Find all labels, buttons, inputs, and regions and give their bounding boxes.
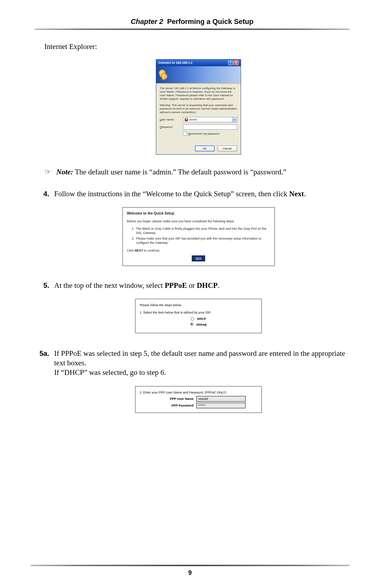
username-value: admin xyxy=(189,118,197,122)
isp-instruction: 1. Select the item below that is utilize… xyxy=(140,310,257,315)
radio-dhcp-row[interactable]: DHCP xyxy=(140,316,257,321)
auth-title-text: Connect to 192.168.1.1 xyxy=(158,61,192,65)
step-4-text: Follow the instructions in the “Welcome … xyxy=(54,189,350,199)
auth-message-2: Warning: This server is requesting that … xyxy=(160,104,237,114)
ie-label: Internet Explorer: xyxy=(44,42,350,51)
password-input[interactable] xyxy=(183,124,237,130)
remember-checkbox-row[interactable]: Remember my password xyxy=(183,132,237,136)
step-5: 5. At the top of the next window, select… xyxy=(39,281,350,290)
username-label: User name: xyxy=(160,118,183,122)
step-5a: 5a. If PPPoE was selected in step 5, the… xyxy=(39,349,350,378)
welcome-panel: Welcome to the Quick Setup Before you be… xyxy=(122,207,275,266)
person-icon xyxy=(185,118,188,121)
welcome-item-2: Please make sure that your ISP has provi… xyxy=(135,236,270,245)
page-header: Chapter 2 Performing a Quick Setup xyxy=(34,18,350,26)
checkbox-icon[interactable] xyxy=(183,132,187,136)
welcome-intro: Before you begin, please make sure you h… xyxy=(127,219,270,223)
auth-titlebar: Connect to 192.168.1.1 ? X xyxy=(156,60,241,66)
auth-message-1: The server 192.168.1.1 at Before configu… xyxy=(160,87,237,101)
next-button[interactable]: Next xyxy=(192,255,205,261)
ppp-username-input[interactable] xyxy=(196,396,246,402)
step-4-number: 4. xyxy=(39,189,49,199)
welcome-item-1: The Black or Gray Cable is firmly plugge… xyxy=(135,227,270,235)
chapter-label: Chapter 2 xyxy=(131,18,163,25)
radio-dhcp[interactable] xyxy=(191,317,194,321)
ok-button[interactable]: OK xyxy=(195,146,215,151)
note-text: Note: The default user name is “admin.” … xyxy=(56,167,286,177)
chapter-title: Performing a Quick Setup xyxy=(167,18,254,25)
step-5-number: 5. xyxy=(39,281,49,290)
help-icon[interactable]: ? xyxy=(228,61,233,65)
page-number: 9 xyxy=(0,569,380,577)
username-combo[interactable]: admin xyxy=(183,117,237,122)
ppp-panel: 2. Enter your PPP User Name and Password… xyxy=(135,386,262,413)
auth-banner xyxy=(156,66,241,83)
ppp-password-label: PPP Password xyxy=(151,403,194,408)
keys-icon xyxy=(159,70,167,80)
footer-divider xyxy=(30,565,350,566)
password-label: Password: xyxy=(160,125,183,129)
step-4: 4. Follow the instructions in the “Welco… xyxy=(39,189,350,199)
ppp-heading: 2. Enter your PPP User Name and Password… xyxy=(140,390,257,395)
cancel-button[interactable]: Cancel xyxy=(217,146,237,151)
radio-pppoe-row[interactable]: PPPoE xyxy=(140,322,257,327)
hand-point-icon: ☞ xyxy=(44,167,51,177)
auth-dialog: Connect to 192.168.1.1 ? X The server 19… xyxy=(156,59,241,155)
close-icon[interactable]: X xyxy=(234,61,239,65)
header-divider xyxy=(34,29,350,30)
step-5a-number: 5a. xyxy=(39,349,49,378)
note-block: ☞ Note: The default user name is “admin.… xyxy=(44,167,350,177)
ppp-username-label: PPP User Name xyxy=(151,396,194,401)
ppp-password-input[interactable] xyxy=(196,403,246,408)
step-5a-text: If PPPoE was selected in step 5, the def… xyxy=(54,349,350,378)
isp-select-panel: Please follow the steps below. 1. Select… xyxy=(135,299,262,333)
radio-pppoe[interactable] xyxy=(190,322,194,326)
chevron-down-icon[interactable] xyxy=(232,117,236,122)
step-5-text: At the top of the next window, select PP… xyxy=(54,281,350,290)
welcome-click-line: Click NEXT to continue. xyxy=(127,248,270,253)
welcome-title: Welcome to the Quick Setup xyxy=(127,211,270,216)
isp-lead: Please follow the steps below. xyxy=(140,303,257,308)
